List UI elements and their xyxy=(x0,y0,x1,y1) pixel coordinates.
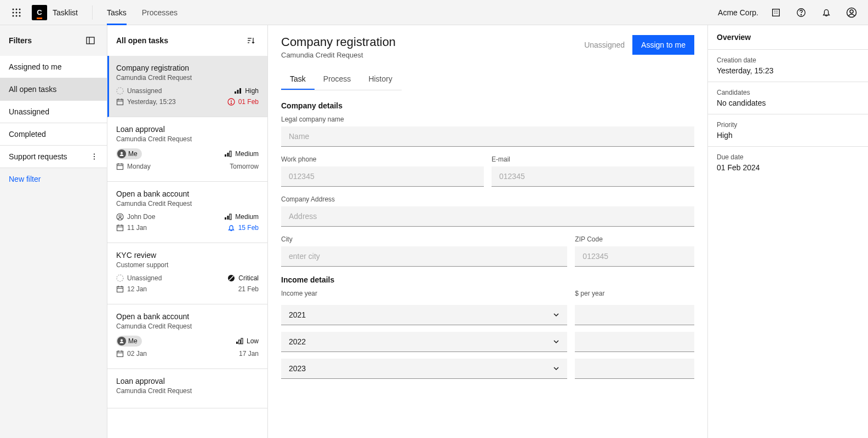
date-text: 12 Jan xyxy=(127,285,147,293)
work-phone-label: Work phone xyxy=(281,155,484,163)
task-title: Company registration xyxy=(116,64,259,72)
select-value: 2022 xyxy=(289,337,306,346)
collapse-panel-icon[interactable] xyxy=(83,33,98,48)
creation-value: Yesterday, 15:23 xyxy=(717,66,859,75)
priority-text: Medium xyxy=(235,213,259,221)
filter-assigned-to-me[interactable]: Assigned to me xyxy=(0,56,107,78)
detail-sub: Camundia Credit Request xyxy=(281,51,396,59)
assignee-text: Unassigned xyxy=(127,87,162,95)
filter-completed[interactable]: Completed xyxy=(0,123,107,146)
kebab-menu-icon[interactable] xyxy=(90,153,98,160)
filter-all-open[interactable]: All open tasks xyxy=(0,78,107,101)
priority-label: Priority xyxy=(717,121,859,129)
org-name: Acme Corp. xyxy=(718,8,758,17)
avatar-icon xyxy=(117,337,126,345)
task-sub: Camundia Credit Request xyxy=(116,387,259,395)
task-priority: Low xyxy=(236,337,259,345)
address-label: Company Address xyxy=(281,195,694,203)
new-filter-link[interactable]: New filter xyxy=(0,168,107,190)
priority-critical-icon xyxy=(227,274,235,282)
task-card[interactable]: Loan approval Camundia Credit Request Me… xyxy=(107,117,267,182)
task-card[interactable]: Open a bank account Camundia Credit Requ… xyxy=(107,304,267,369)
overview-due: Due date 01 Feb 2024 xyxy=(708,146,868,178)
email-input[interactable] xyxy=(492,166,694,187)
alert-icon xyxy=(227,98,235,106)
tasklist-scroll[interactable]: Company registration Camundia Credit Req… xyxy=(107,56,267,438)
priority-text: Low xyxy=(247,337,259,345)
sort-icon[interactable] xyxy=(243,33,259,48)
task-date: 11 Jan xyxy=(116,224,147,232)
task-priority: Critical xyxy=(227,274,259,282)
svg-point-46 xyxy=(119,215,121,217)
priority-text: Critical xyxy=(238,274,259,282)
priority-low-icon xyxy=(236,337,243,345)
task-sub: Camundia Credit Request xyxy=(116,135,259,143)
tab-history[interactable]: History xyxy=(359,69,401,90)
svg-point-21 xyxy=(94,156,95,157)
tab-task[interactable]: Task xyxy=(281,69,315,90)
overview-panel: Overview Creation date Yesterday, 15:23 … xyxy=(707,25,868,438)
filter-support-requests[interactable]: Support requests xyxy=(0,146,107,168)
task-title: Loan approval xyxy=(116,377,259,385)
task-card[interactable]: Loan approval Camundia Credit Request xyxy=(107,369,267,408)
svg-rect-9 xyxy=(773,9,780,16)
svg-point-36 xyxy=(231,103,231,103)
task-date: Monday xyxy=(116,163,151,170)
task-sub: Customer support xyxy=(116,261,259,269)
address-input[interactable] xyxy=(281,206,694,227)
task-sub: Camundia Credit Request xyxy=(116,200,259,208)
svg-rect-49 xyxy=(230,214,231,220)
building-icon[interactable] xyxy=(768,5,784,20)
unassigned-icon xyxy=(116,274,124,282)
svg-point-2 xyxy=(19,8,21,10)
candidates-label: Candidates xyxy=(717,89,859,96)
date-text: Yesterday, 15:23 xyxy=(127,98,176,106)
nav-tasks[interactable]: Tasks xyxy=(107,0,127,25)
notifications-icon[interactable] xyxy=(819,5,834,20)
task-date: 12 Jan xyxy=(116,285,147,293)
income-2021-input[interactable] xyxy=(575,305,694,325)
detail-title: Company registration xyxy=(281,35,396,49)
user-icon[interactable] xyxy=(844,5,859,20)
work-phone-input[interactable] xyxy=(281,166,484,187)
city-input[interactable] xyxy=(281,246,567,267)
overview-creation: Creation date Yesterday, 15:23 xyxy=(708,49,868,82)
income-year-select-2022[interactable]: 2022 xyxy=(281,332,567,352)
filters-title: Filters xyxy=(9,36,32,45)
task-card[interactable]: Company registration Camundia Credit Req… xyxy=(107,56,267,117)
svg-point-1 xyxy=(16,8,18,10)
zip-label: ZIP Code xyxy=(575,235,694,243)
task-card[interactable]: Open a bank account Camundia Credit Requ… xyxy=(107,182,267,243)
per-year-label: $ per year xyxy=(575,290,694,297)
task-due: 21 Feb xyxy=(238,285,259,293)
chevron-down-icon xyxy=(553,365,559,372)
tab-process[interactable]: Process xyxy=(315,69,360,90)
task-card[interactable]: KYC review Customer support Unassigned C… xyxy=(107,243,267,304)
svg-point-5 xyxy=(19,11,21,13)
income-year-select-2021[interactable]: 2021 xyxy=(281,305,567,325)
help-icon[interactable] xyxy=(793,5,809,20)
svg-point-3 xyxy=(13,11,14,13)
income-year-select-2023[interactable]: 2023 xyxy=(281,359,567,379)
legal-name-input[interactable] xyxy=(281,126,694,147)
select-value: 2023 xyxy=(289,364,306,373)
income-2022-input[interactable] xyxy=(575,332,694,352)
app-switcher-icon[interactable] xyxy=(9,5,24,20)
topbar-left: C Tasklist Tasks Processes xyxy=(9,0,193,25)
calendar-icon xyxy=(116,224,124,232)
svg-point-8 xyxy=(19,15,21,16)
income-year-label: Income year xyxy=(281,290,567,297)
assign-to-me-button[interactable]: Assign to me xyxy=(632,35,694,55)
due-label: Due date xyxy=(717,153,859,161)
filter-unassigned[interactable]: Unassigned xyxy=(0,101,107,123)
svg-rect-57 xyxy=(117,287,123,292)
divider xyxy=(92,5,93,20)
app-name: Tasklist xyxy=(53,8,78,17)
svg-rect-50 xyxy=(117,226,123,231)
nav-processes[interactable]: Processes xyxy=(142,0,178,25)
zip-input[interactable] xyxy=(575,246,694,267)
date-text: 02 Jan xyxy=(127,350,147,358)
date-text: Monday xyxy=(127,163,151,170)
income-2023-input[interactable] xyxy=(575,359,694,379)
creation-label: Creation date xyxy=(717,56,859,64)
